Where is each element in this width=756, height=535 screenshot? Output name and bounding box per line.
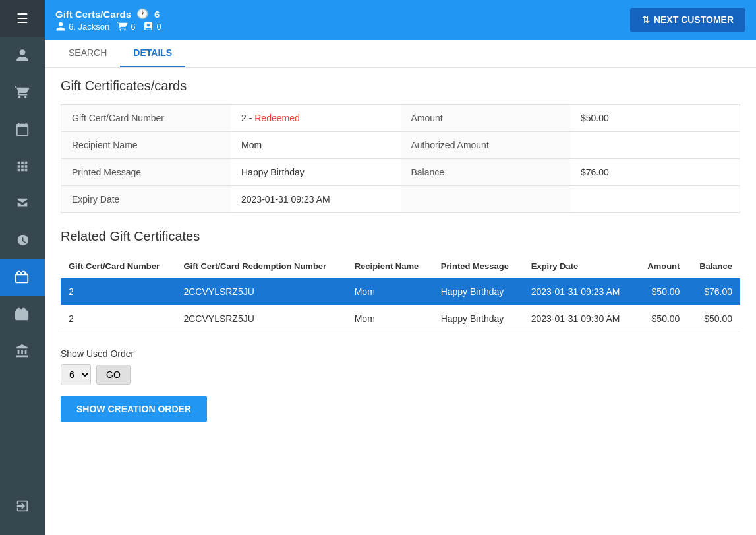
- show-used-order-label: Show Used Order: [61, 348, 740, 359]
- next-customer-label: NEXT CUSTOMER: [654, 15, 734, 25]
- col-recipient: Recipient Name: [347, 255, 433, 278]
- auth-amount-label: Authorized Amount: [401, 132, 571, 159]
- sidebar-item-person[interactable]: [0, 37, 45, 74]
- row-recipient: Mom: [347, 278, 433, 305]
- customer-badge: 6, Jackson: [55, 21, 109, 32]
- recipient-label: Recipient Name: [61, 132, 231, 159]
- printed-message-value: Happy Birthday: [231, 159, 401, 186]
- sidebar-item-store[interactable]: [0, 185, 45, 222]
- sidebar: ☰: [0, 0, 45, 535]
- clock-icon: 🕐: [136, 8, 149, 20]
- content-area: SEARCH DETAILS Gift Certificates/cards G…: [45, 40, 756, 535]
- cert-number-label: Gift Cert/Card Number: [61, 105, 231, 132]
- col-expiry: Expiry Date: [523, 255, 636, 278]
- widgets-icon: [15, 159, 30, 173]
- expiry-value: 2023-01-31 09:23 AM: [231, 186, 401, 213]
- row-redemption-number: 2CCVYLSRZ5JU: [175, 278, 346, 305]
- giftcert-icon: [15, 270, 30, 284]
- auth-amount-value: [570, 132, 740, 159]
- col-cert-number: Gift Cert/Card Number: [61, 255, 175, 278]
- sidebar-item-cart[interactable]: [0, 74, 45, 111]
- customer-icon: [55, 21, 66, 32]
- col-printed-message: Printed Message: [433, 255, 523, 278]
- show-creation-order-button[interactable]: SHOW CREATION ORDER: [61, 396, 207, 422]
- row-recipient: Mom: [347, 305, 433, 332]
- cart-icon: [15, 85, 30, 100]
- order-select[interactable]: 6: [61, 364, 91, 385]
- row-balance: $50.00: [687, 305, 740, 332]
- row-amount: $50.00: [636, 305, 688, 332]
- header-left: Gift Certs/Cards 🕐 6 6, Jackson 6 0: [55, 8, 161, 32]
- detail-row-printed-message: Printed Message Happy Birthday Balance $…: [61, 159, 740, 186]
- gift-icon: [15, 307, 30, 321]
- tab-details[interactable]: DETAILS: [120, 40, 185, 67]
- sidebar-item-history[interactable]: [0, 222, 45, 259]
- hamburger-icon: ☰: [16, 11, 28, 26]
- row-redemption-number: 2CCVYLSRZ5JU: [175, 305, 346, 332]
- detail-row-cert-number: Gift Cert/Card Number 2 - Redeemed Amoun…: [61, 105, 740, 132]
- bank-icon: [15, 344, 30, 358]
- clock-value: 6: [154, 9, 160, 20]
- customer-name: 6, Jackson: [69, 22, 109, 32]
- show-used-order-section: Show Used Order 6 GO: [61, 348, 740, 385]
- related-table-row[interactable]: 2 2CCVYLSRZ5JU Mom Happy Birthday 2023-0…: [61, 305, 740, 332]
- calendar-icon: [15, 122, 30, 137]
- person-icon: [15, 48, 30, 63]
- row-expiry-date: 2023-01-31 09:23 AM: [523, 278, 636, 305]
- history-icon: [15, 233, 30, 247]
- store-icon: [15, 196, 30, 210]
- next-customer-icon: ⇅: [642, 15, 650, 25]
- balance-value: $76.00: [570, 159, 740, 186]
- row-cert-number: 2: [61, 305, 175, 332]
- related-table-row[interactable]: 2 2CCVYLSRZ5JU Mom Happy Birthday 2023-0…: [61, 278, 740, 305]
- balance-label: Balance: [401, 159, 571, 186]
- col-amount: Amount: [636, 255, 688, 278]
- amount-label: Amount: [401, 105, 571, 132]
- hamburger-menu[interactable]: ☰: [0, 0, 45, 37]
- expiry-value2: [570, 186, 740, 213]
- sidebar-item-logout[interactable]: [0, 488, 45, 524]
- header-title-text: Gift Certs/Cards: [55, 9, 131, 20]
- orders-count: 0: [156, 22, 161, 32]
- cart-badge: 6: [117, 21, 135, 32]
- related-table-header: Gift Cert/Card Number Gift Cert/Card Red…: [61, 255, 740, 278]
- expiry-label: Expiry Date: [61, 186, 231, 213]
- col-balance: Balance: [687, 255, 740, 278]
- recipient-value: Mom: [231, 132, 401, 159]
- sidebar-item-widgets[interactable]: [0, 148, 45, 185]
- gift-cert-detail-table: Gift Cert/Card Number 2 - Redeemed Amoun…: [61, 104, 740, 213]
- cart-icon-header: [117, 21, 128, 32]
- show-used-order-controls: 6 GO: [61, 364, 740, 385]
- row-balance: $76.00: [687, 278, 740, 305]
- logout-icon: [15, 499, 30, 513]
- expiry-label2: [401, 186, 571, 213]
- row-amount: $50.00: [636, 278, 688, 305]
- orders-icon: [143, 21, 154, 32]
- sidebar-item-calendar[interactable]: [0, 111, 45, 148]
- printed-message-label: Printed Message: [61, 159, 231, 186]
- row-cert-number: 2: [61, 278, 175, 305]
- next-customer-button[interactable]: ⇅ NEXT CUSTOMER: [630, 8, 745, 32]
- detail-row-recipient: Recipient Name Mom Authorized Amount: [61, 132, 740, 159]
- sidebar-item-giftcerts[interactable]: [0, 259, 45, 296]
- col-redemption-number: Gift Cert/Card Redemption Number: [175, 255, 346, 278]
- row-printed-message: Happy Birthday: [433, 305, 523, 332]
- amount-value: $50.00: [570, 105, 740, 132]
- header-title: Gift Certs/Cards 🕐 6: [55, 8, 161, 20]
- go-button[interactable]: GO: [96, 365, 131, 385]
- header-sub: 6, Jackson 6 0: [55, 21, 161, 32]
- main-area: Gift Certs/Cards 🕐 6 6, Jackson 6 0: [45, 0, 756, 535]
- gift-cert-section-title: Gift Certificates/cards: [61, 79, 740, 94]
- tab-search[interactable]: SEARCH: [55, 40, 120, 67]
- row-printed-message: Happy Birthday: [433, 278, 523, 305]
- orders-badge: 0: [143, 21, 161, 32]
- page-content: Gift Certificates/cards Gift Cert/Card N…: [45, 68, 756, 433]
- row-expiry-date: 2023-01-31 09:30 AM: [523, 305, 636, 332]
- sidebar-item-bank[interactable]: [0, 332, 45, 369]
- sidebar-item-gift[interactable]: [0, 296, 45, 332]
- top-header: Gift Certs/Cards 🕐 6 6, Jackson 6 0: [45, 0, 756, 40]
- cart-count: 6: [131, 22, 135, 32]
- related-table: Gift Cert/Card Number Gift Cert/Card Red…: [61, 255, 740, 332]
- cert-number-value: 2 - Redeemed: [231, 105, 401, 132]
- related-section-title: Related Gift Certificates: [61, 229, 740, 244]
